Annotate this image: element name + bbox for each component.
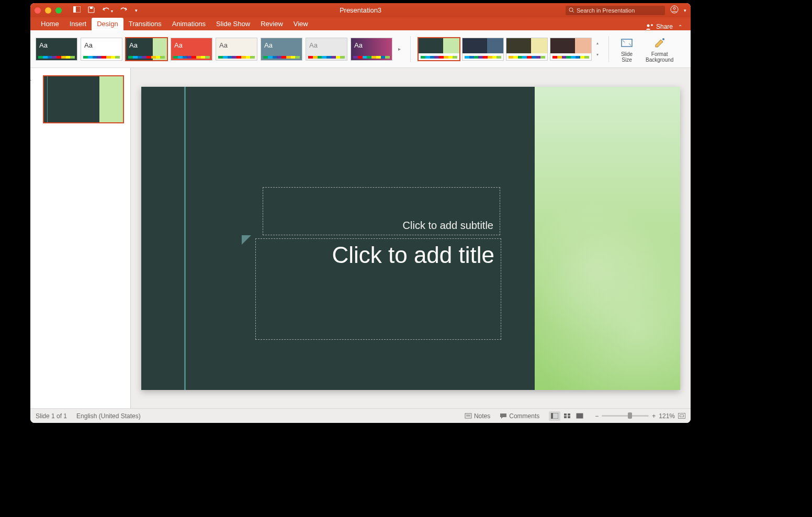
title-text: Click to add title [332, 242, 494, 269]
svg-line-4 [572, 11, 574, 13]
separator [608, 36, 609, 62]
slide-thumbnail-panel: 1 [30, 68, 131, 408]
separator [410, 36, 411, 62]
svg-rect-8 [622, 39, 632, 47]
svg-rect-15 [564, 413, 567, 416]
account-icon[interactable] [670, 5, 679, 16]
slide-sorter-button[interactable] [561, 411, 573, 421]
zoom-value[interactable]: 121% [659, 412, 675, 420]
svg-point-3 [569, 8, 573, 12]
themes-gallery: Aa Aa Aa Aa Aa Aa Aa Aa ▸ [36, 38, 403, 61]
svg-rect-18 [568, 416, 570, 418]
share-label: Share [656, 23, 673, 30]
share-button[interactable]: Share ⌃ [646, 23, 685, 30]
variant-option-selected[interactable] [418, 38, 460, 61]
svg-rect-14 [551, 413, 553, 419]
svg-rect-1 [73, 6, 76, 13]
variant-option[interactable] [506, 38, 548, 61]
panel-toggle-icon[interactable] [73, 6, 81, 14]
subtitle-text: Click to add subtitle [403, 220, 493, 232]
design-ribbon: Aa Aa Aa Aa Aa Aa Aa Aa ▸ ▴▾ Slide Size … [30, 30, 691, 68]
zoom-in-button[interactable]: + [652, 412, 656, 420]
variant-option[interactable] [550, 38, 592, 61]
tab-view[interactable]: View [288, 18, 313, 30]
theme-option[interactable]: Aa [351, 38, 392, 61]
zoom-out-button[interactable]: − [595, 412, 599, 420]
tab-insert[interactable]: Insert [64, 18, 92, 30]
variant-option[interactable] [462, 38, 504, 61]
slide-size-button[interactable]: Slide Size [616, 35, 637, 64]
tab-home[interactable]: Home [36, 18, 64, 30]
svg-point-9 [662, 38, 664, 40]
page-indicator[interactable]: Slide 1 of 1 [36, 412, 67, 420]
qat-chevron-down-icon[interactable]: ▾ [135, 8, 138, 13]
decorative-triangle-icon [242, 235, 251, 245]
zoom-control: − + 121% [595, 412, 685, 420]
status-bar: Slide 1 of 1 English (United States) Not… [30, 408, 691, 423]
tab-animations[interactable]: Animations [167, 18, 211, 30]
tab-review[interactable]: Review [255, 18, 288, 30]
ribbon-tabs: Home Insert Design Transitions Animation… [30, 17, 691, 30]
chevron-down-icon[interactable]: ▾ [684, 8, 686, 13]
window-minimize-button[interactable] [45, 7, 51, 14]
subtitle-placeholder[interactable]: Click to add subtitle [263, 187, 500, 235]
slide-background-decor [535, 87, 680, 390]
theme-option[interactable]: Aa [36, 38, 77, 61]
format-background-button[interactable]: Format Background [642, 35, 676, 64]
format-background-label: Format Background [646, 51, 673, 63]
thumbnail-index: 1 [30, 75, 31, 82]
tab-slideshow[interactable]: Slide Show [211, 18, 255, 30]
svg-rect-20 [578, 415, 582, 417]
slide-background-decor [184, 87, 186, 390]
svg-point-6 [673, 7, 675, 9]
search-input[interactable]: Search in Presentation [566, 6, 665, 15]
theme-option[interactable]: Aa [171, 38, 212, 61]
slide-canvas[interactable]: Click to add subtitle Click to add title [131, 68, 691, 408]
comments-button[interactable]: Comments [500, 412, 539, 420]
fit-to-window-button[interactable] [678, 413, 685, 419]
undo-icon[interactable]: ▾ [102, 6, 113, 14]
window-zoom-button[interactable] [55, 7, 62, 14]
variants-gallery: ▴▾ [418, 38, 601, 61]
theme-option[interactable]: Aa [81, 38, 122, 61]
svg-rect-16 [568, 413, 570, 416]
reading-view-button[interactable] [574, 411, 585, 421]
tab-transitions[interactable]: Transitions [123, 18, 167, 30]
theme-option[interactable]: Aa [261, 38, 302, 61]
theme-option-selected[interactable]: Aa [126, 38, 167, 61]
zoom-slider[interactable] [602, 415, 649, 417]
more-variants-button[interactable]: ▴▾ [594, 38, 601, 61]
window-close-button[interactable] [35, 7, 41, 14]
theme-option[interactable]: Aa [306, 38, 347, 61]
redo-icon[interactable] [120, 6, 128, 14]
search-placeholder: Search in Presentation [577, 7, 635, 14]
svg-rect-17 [564, 416, 567, 418]
slide-size-label: Slide Size [621, 51, 633, 63]
more-themes-button[interactable]: ▸ [396, 38, 403, 61]
title-placeholder[interactable]: Click to add title [255, 238, 501, 340]
svg-rect-2 [90, 7, 93, 9]
slide-thumbnail[interactable] [43, 75, 124, 123]
theme-option[interactable]: Aa [216, 38, 257, 61]
normal-view-button[interactable] [549, 411, 560, 421]
tab-design[interactable]: Design [92, 18, 123, 30]
titlebar: ▾ ▾ Presentation3 Search in Presentation… [30, 3, 691, 17]
save-icon[interactable] [88, 6, 95, 15]
notes-button[interactable]: Notes [465, 412, 490, 420]
language-indicator[interactable]: English (United States) [76, 412, 141, 420]
slide[interactable]: Click to add subtitle Click to add title [141, 87, 680, 390]
svg-point-7 [647, 25, 649, 27]
